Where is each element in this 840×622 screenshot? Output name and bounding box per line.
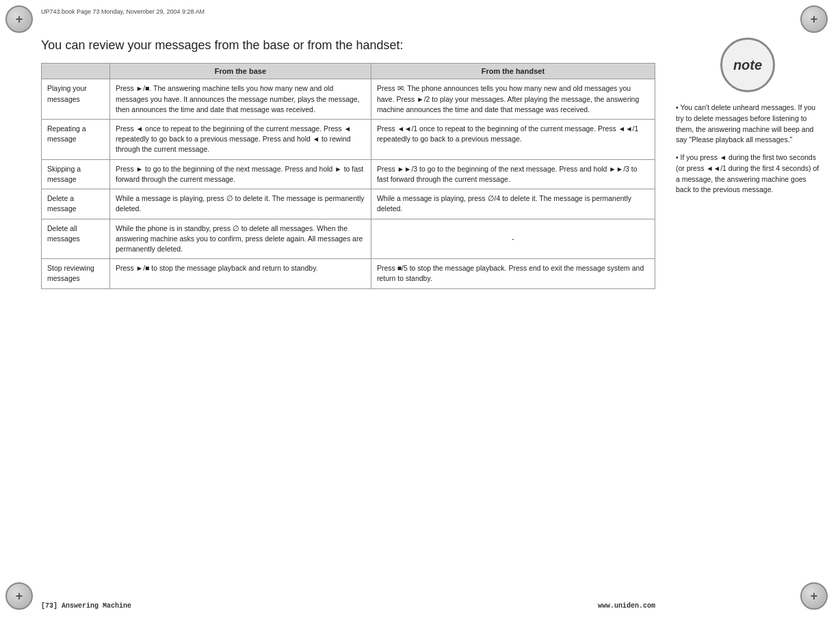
note-circle-text: note bbox=[733, 57, 762, 73]
note-bullet-2: • If you press ◄ during the first two se… bbox=[676, 152, 819, 195]
row-label-5: Stop reviewing messages bbox=[42, 259, 110, 288]
note-bullet-1: • You can't delete unheard messages. If … bbox=[676, 103, 819, 146]
table-row: Repeating a messagePress ◄ once to repea… bbox=[42, 120, 655, 160]
top-bar: UP743.book Page 73 Monday, November 29, … bbox=[41, 8, 799, 15]
note-sidebar: note • You can't delete unheard messages… bbox=[669, 38, 826, 202]
row-handset-2: Press ►►/3 to go to the beginning of the… bbox=[371, 159, 655, 189]
row-base-5: Press ►/■ to stop the message playback a… bbox=[110, 259, 371, 288]
row-label-1: Repeating a message bbox=[42, 120, 110, 160]
row-label-3: Delete a message bbox=[42, 189, 110, 219]
top-bar-text: UP743.book Page 73 Monday, November 29, … bbox=[41, 8, 205, 15]
row-base-3: While a message is playing, press ∅ to d… bbox=[110, 189, 371, 219]
row-handset-4: - bbox=[371, 219, 655, 259]
note-bullet-1-prefix: • bbox=[676, 103, 679, 111]
corner-decoration-bl bbox=[5, 582, 40, 617]
col-header-empty bbox=[42, 64, 110, 79]
main-table: From the base From the handset Playing y… bbox=[41, 63, 655, 288]
note-bullet-2-text: If you press ◄ during the first two seco… bbox=[676, 153, 819, 193]
corner-decoration-br bbox=[800, 582, 835, 617]
table-row: Playing your messagesPress ►/■. The answ… bbox=[42, 79, 655, 120]
row-base-0: Press ►/■. The answering machine tells y… bbox=[110, 79, 371, 120]
row-base-4: While the phone is in standby, press ∅ t… bbox=[110, 219, 371, 259]
row-handset-0: Press ✉. The phone announces tells you h… bbox=[371, 79, 655, 120]
row-handset-5: Press ■/5 to stop the message playback. … bbox=[371, 259, 655, 288]
note-content: • You can't delete unheard messages. If … bbox=[676, 103, 819, 202]
row-label-4: Delete all messages bbox=[42, 219, 110, 259]
footer: [73] Answering Machine www.uniden.com bbox=[41, 602, 655, 610]
footer-right: www.uniden.com bbox=[598, 602, 655, 610]
page-container: UP743.book Page 73 Monday, November 29, … bbox=[0, 0, 840, 622]
table-row: Skipping a messagePress ► to go to the b… bbox=[42, 159, 655, 189]
note-bullet-1-text: You can't delete unheard messages. If yo… bbox=[676, 103, 815, 144]
row-handset-3: While a message is playing, press ∅/4 to… bbox=[371, 189, 655, 219]
corner-decoration-tl bbox=[5, 5, 40, 40]
page-title: You can review your messages from the ba… bbox=[41, 38, 655, 53]
main-content: You can review your messages from the ba… bbox=[41, 38, 655, 588]
corner-decoration-tr bbox=[800, 5, 835, 40]
col-header-handset: From the handset bbox=[371, 64, 655, 79]
row-base-1: Press ◄ once to repeat to the beginning … bbox=[110, 120, 371, 160]
row-base-2: Press ► to go to the beginning of the ne… bbox=[110, 159, 371, 189]
footer-left: [73] Answering Machine bbox=[41, 602, 131, 610]
row-handset-1: Press ◄◄/1 once to repeat to the beginni… bbox=[371, 120, 655, 160]
note-bullet-2-prefix: • bbox=[676, 153, 679, 161]
row-label-0: Playing your messages bbox=[42, 79, 110, 120]
row-label-2: Skipping a message bbox=[42, 159, 110, 189]
table-row: Stop reviewing messagesPress ►/■ to stop… bbox=[42, 259, 655, 288]
col-header-base: From the base bbox=[110, 64, 371, 79]
table-row: Delete a messageWhile a message is playi… bbox=[42, 189, 655, 219]
note-circle: note bbox=[720, 38, 775, 92]
table-row: Delete all messagesWhile the phone is in… bbox=[42, 219, 655, 259]
